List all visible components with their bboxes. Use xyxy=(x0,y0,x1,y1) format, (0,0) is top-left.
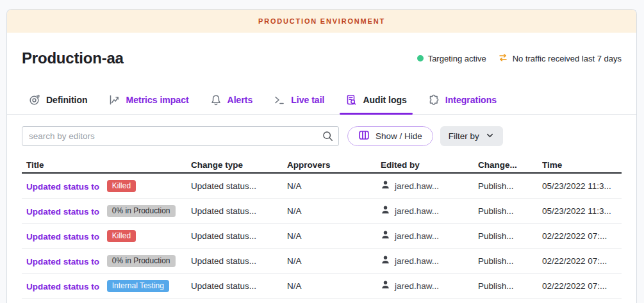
row-edited-by-text: jared.haw... xyxy=(395,206,439,216)
row-title-link[interactable]: Updated status to xyxy=(26,231,99,241)
row-edited-by-cell: jared.haw... xyxy=(381,255,478,266)
column-header-change-type: Change type xyxy=(191,160,287,170)
tab-integrations[interactable]: Integrations xyxy=(428,85,497,114)
table-body: Updated status to Killed Updated status.… xyxy=(22,174,622,299)
row-change-cell: Publish... xyxy=(478,281,542,291)
terminal-icon xyxy=(274,94,285,106)
status-badge: Killed xyxy=(107,230,136,242)
row-change-cell: Publish... xyxy=(478,231,542,241)
row-edited-by-text: jared.haw... xyxy=(395,256,439,266)
column-header-title: Title xyxy=(22,160,191,170)
row-approvers-cell: N/A xyxy=(287,281,381,291)
row-approvers-cell: N/A xyxy=(287,206,381,216)
row-change-type-cell: Updated status... xyxy=(191,231,287,241)
column-header-change: Change... xyxy=(478,160,542,170)
row-approvers-cell: N/A xyxy=(287,256,381,266)
tab-live-tail[interactable]: Live tail xyxy=(274,85,324,114)
bell-icon xyxy=(210,94,222,106)
show-hide-label: Show / Hide xyxy=(376,131,422,141)
tab-definition[interactable]: Definition xyxy=(29,85,88,114)
row-title-link[interactable]: Updated status to xyxy=(26,281,99,291)
row-time-cell: 05/23/2022 11:3... xyxy=(542,181,622,191)
banner-label: PRODUCTION ENVIRONMENT xyxy=(258,17,385,25)
audit-document-icon xyxy=(345,94,357,106)
row-change-type-cell: Updated status... xyxy=(191,281,287,291)
search-icon xyxy=(322,131,333,144)
tab-metrics-impact-label: Metrics impact xyxy=(126,95,189,105)
filter-by-button[interactable]: Filter by xyxy=(440,126,503,146)
tab-live-tail-label: Live tail xyxy=(291,95,324,105)
row-title-cell: Updated status to Internal Testing xyxy=(22,280,191,292)
row-title-cell: Updated status to Killed xyxy=(22,180,191,192)
table-row[interactable]: Updated status to 0% in Production Updat… xyxy=(22,199,622,224)
tab-bar: Definition Metrics impact Alerts xyxy=(7,85,636,115)
tab-alerts-label: Alerts xyxy=(227,95,253,105)
row-time-cell: 02/22/2022 07:... xyxy=(542,256,622,266)
table-row[interactable]: Updated status to Internal Testing Updat… xyxy=(22,274,622,299)
row-change-cell: Publish... xyxy=(478,181,542,191)
row-time-cell: 02/22/2022 07:... xyxy=(542,281,622,291)
status-badge: Internal Testing xyxy=(107,280,169,292)
row-title-link[interactable]: Updated status to xyxy=(26,256,99,266)
status-badge: 0% in Production xyxy=(107,205,176,217)
puzzle-icon xyxy=(428,94,440,106)
tab-metrics-impact[interactable]: Metrics impact xyxy=(109,85,189,114)
row-title-cell: Updated status to 0% in Production xyxy=(22,255,191,267)
row-time-cell: 02/22/2022 07:... xyxy=(542,231,622,241)
row-edited-by-cell: jared.haw... xyxy=(381,180,478,192)
environment-card: PRODUCTION ENVIRONMENT Production-aa Tar… xyxy=(6,9,637,303)
person-icon xyxy=(381,230,390,242)
audit-log-table: Title Change type Approvers Edited by Ch… xyxy=(7,157,636,299)
show-hide-button[interactable]: Show / Hide xyxy=(347,126,433,146)
column-header-time: Time xyxy=(542,160,622,170)
row-edited-by-text: jared.haw... xyxy=(395,281,439,291)
table-toolbar: Show / Hide Filter by xyxy=(7,126,636,146)
row-change-cell: Publish... xyxy=(478,206,542,216)
column-header-approvers: Approvers xyxy=(287,160,381,170)
row-approvers-cell: N/A xyxy=(287,181,381,191)
row-edited-by-cell: jared.haw... xyxy=(381,280,478,291)
tab-definition-label: Definition xyxy=(46,95,88,105)
columns-icon xyxy=(358,129,370,143)
targeting-status-label: Targeting active xyxy=(428,54,486,63)
table-row[interactable]: Updated status to 0% in Production Updat… xyxy=(22,249,622,274)
row-change-type-cell: Updated status... xyxy=(191,206,287,216)
status-badge: Killed xyxy=(107,180,136,192)
tab-audit-logs[interactable]: Audit logs xyxy=(345,85,406,114)
page-header: Production-aa Targeting active No traffi… xyxy=(7,49,636,67)
filter-by-label: Filter by xyxy=(449,131,479,141)
row-change-type-cell: Updated status... xyxy=(191,181,287,191)
page-title: Production-aa xyxy=(22,49,124,67)
status-group: Targeting active No traffic received las… xyxy=(417,53,622,65)
search-input[interactable] xyxy=(22,126,339,146)
table-row[interactable]: Updated status to Killed Updated status.… xyxy=(22,224,622,249)
row-title-cell: Updated status to Killed xyxy=(22,230,191,242)
tab-integrations-label: Integrations xyxy=(445,95,497,105)
row-change-cell: Publish... xyxy=(478,256,542,266)
column-header-edited-by: Edited by xyxy=(381,160,478,170)
person-icon xyxy=(381,280,390,291)
row-edited-by-cell: jared.haw... xyxy=(381,230,478,242)
row-edited-by-cell: jared.haw... xyxy=(381,205,478,217)
row-edited-by-text: jared.haw... xyxy=(395,181,439,191)
row-edited-by-text: jared.haw... xyxy=(395,231,439,241)
table-row[interactable]: Updated status to Killed Updated status.… xyxy=(22,174,622,199)
production-environment-banner: PRODUCTION ENVIRONMENT xyxy=(7,10,636,33)
row-change-type-cell: Updated status... xyxy=(191,256,287,266)
person-icon xyxy=(381,255,390,266)
row-title-link[interactable]: Updated status to xyxy=(26,181,99,191)
status-badge: 0% in Production xyxy=(107,255,176,267)
traffic-status: No traffic received last 7 days xyxy=(498,53,622,65)
tab-audit-logs-label: Audit logs xyxy=(363,95,406,105)
swap-arrows-icon xyxy=(498,53,508,65)
row-time-cell: 05/23/2022 11:3... xyxy=(542,206,622,216)
row-title-cell: Updated status to 0% in Production xyxy=(22,205,191,217)
chevron-down-icon xyxy=(485,131,495,142)
tab-alerts[interactable]: Alerts xyxy=(210,85,253,114)
line-chart-icon xyxy=(109,94,120,106)
targeting-status: Targeting active xyxy=(417,54,486,63)
row-title-link[interactable]: Updated status to xyxy=(26,206,99,216)
row-approvers-cell: N/A xyxy=(287,231,381,241)
table-header-row: Title Change type Approvers Edited by Ch… xyxy=(22,157,622,174)
targeting-active-dot-icon xyxy=(417,55,424,61)
